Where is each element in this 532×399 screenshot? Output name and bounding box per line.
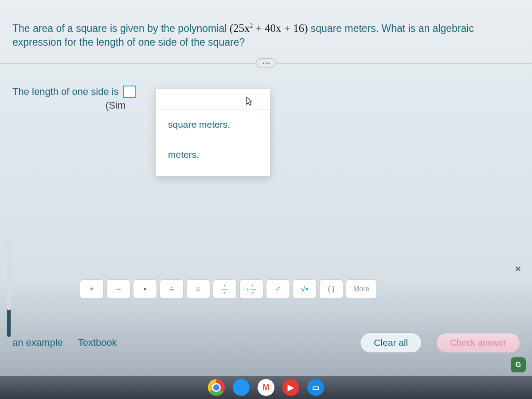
exponent-button[interactable]: ▪▪ xyxy=(266,279,290,299)
progress-bar xyxy=(7,239,11,337)
answer-label: The length of one side is xyxy=(12,86,119,98)
exponent-icon: ▪▪ xyxy=(276,286,280,293)
cursor-icon xyxy=(244,96,254,106)
corner-app-icon[interactable]: G xyxy=(511,357,526,372)
parentheses-button[interactable]: ( ) xyxy=(319,279,343,299)
example-link[interactable]: an example xyxy=(12,337,63,348)
clear-all-button[interactable]: Clear all xyxy=(360,332,422,353)
minus-button[interactable]: − xyxy=(106,279,130,299)
units-dropdown[interactable]: square meters. meters. xyxy=(155,89,270,176)
bottom-actions: an example Textbook Clear all Check answ… xyxy=(0,332,532,353)
dropdown-option-meters[interactable]: meters. xyxy=(156,140,270,170)
expand-pill[interactable] xyxy=(256,59,276,67)
math-toolbar: + − • ÷ = ▪▪ ▪▪▪ ▪▪ √▪ ( ) More xyxy=(80,279,377,299)
textbook-link[interactable]: Textbook xyxy=(78,337,117,348)
more-button[interactable]: More xyxy=(346,279,377,299)
answer-input[interactable] xyxy=(123,86,136,98)
fraction-button[interactable]: ▪▪ xyxy=(213,279,237,299)
fraction-icon: ▪▪ xyxy=(222,283,228,295)
check-answer-button[interactable]: Check answer xyxy=(437,333,520,352)
close-toolbar-icon[interactable]: ✕ xyxy=(515,264,521,274)
section-divider xyxy=(0,63,532,63)
dropdown-option-square-meters[interactable]: square meters. xyxy=(156,110,270,140)
equals-button[interactable]: = xyxy=(186,279,210,299)
sqrt-button[interactable]: √▪ xyxy=(293,279,317,299)
dropdown-header xyxy=(156,93,270,110)
app-icon[interactable]: ▭ xyxy=(307,379,324,396)
divide-button[interactable]: ÷ xyxy=(160,279,184,299)
sqrt-icon: √▪ xyxy=(301,285,308,294)
youtube-icon[interactable]: ▶ xyxy=(282,379,299,396)
question-prefix: The area of a square is given by the pol… xyxy=(12,23,230,34)
mixed-fraction-icon: ▪▪▪ xyxy=(247,283,256,295)
plus-button[interactable]: + xyxy=(80,279,104,299)
polynomial: (25x2 + 40x + 16) xyxy=(230,22,311,34)
paren-icon: ( ) xyxy=(328,285,334,293)
mixed-fraction-button[interactable]: ▪▪▪ xyxy=(239,279,263,299)
taskbar: M ▶ ▭ xyxy=(0,376,532,399)
chrome-icon[interactable] xyxy=(208,379,225,396)
files-icon[interactable] xyxy=(233,379,250,396)
dot-button[interactable]: • xyxy=(133,279,157,299)
gmail-icon[interactable]: M xyxy=(258,379,274,396)
question-text: The area of a square is given by the pol… xyxy=(12,21,520,49)
